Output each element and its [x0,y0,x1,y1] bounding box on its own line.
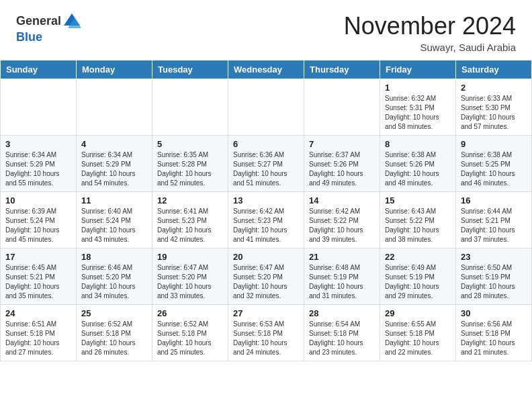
weekday-header: Friday [380,60,456,79]
calendar-cell: 10Sunrise: 6:39 AM Sunset: 5:24 PM Dayli… [1,192,77,248]
day-number: 26 [157,308,223,318]
day-number: 11 [81,195,147,205]
day-info: Sunrise: 6:50 AM Sunset: 5:19 PM Dayligh… [461,263,527,301]
day-number: 1 [385,83,451,93]
calendar-cell: 14Sunrise: 6:42 AM Sunset: 5:22 PM Dayli… [304,192,380,248]
calendar-cell: 7Sunrise: 6:37 AM Sunset: 5:26 PM Daylig… [304,136,380,192]
day-info: Sunrise: 6:52 AM Sunset: 5:18 PM Dayligh… [157,320,223,357]
weekday-header: Saturday [456,60,532,79]
day-info: Sunrise: 6:51 AM Sunset: 5:18 PM Dayligh… [5,320,71,357]
calendar-week-row: 24Sunrise: 6:51 AM Sunset: 5:18 PM Dayli… [1,305,532,361]
calendar-cell: 11Sunrise: 6:40 AM Sunset: 5:24 PM Dayli… [77,192,152,248]
day-number: 5 [157,139,223,149]
day-number: 30 [461,308,527,318]
day-number: 28 [309,308,375,318]
calendar-cell: 16Sunrise: 6:44 AM Sunset: 5:21 PM Dayli… [456,192,532,248]
page-header: General Blue November 2024 Suwayr, Saudi… [0,0,532,60]
calendar-cell: 28Sunrise: 6:54 AM Sunset: 5:18 PM Dayli… [304,305,380,361]
title-block: November 2024 Suwayr, Saudi Arabia [344,12,516,53]
day-number: 10 [5,195,71,205]
calendar-week-row: 3Sunrise: 6:34 AM Sunset: 5:29 PM Daylig… [1,136,532,192]
calendar-cell [228,79,304,136]
calendar-cell: 6Sunrise: 6:36 AM Sunset: 5:27 PM Daylig… [228,136,304,192]
logo: General Blue [16,12,81,44]
day-info: Sunrise: 6:32 AM Sunset: 5:31 PM Dayligh… [385,94,451,132]
day-info: Sunrise: 6:52 AM Sunset: 5:18 PM Dayligh… [81,320,147,357]
day-info: Sunrise: 6:47 AM Sunset: 5:20 PM Dayligh… [233,263,299,301]
calendar-cell: 20Sunrise: 6:47 AM Sunset: 5:20 PM Dayli… [228,248,304,305]
calendar-cell [304,79,380,136]
calendar-table: SundayMondayTuesdayWednesdayThursdayFrid… [0,60,532,361]
calendar-cell: 23Sunrise: 6:50 AM Sunset: 5:19 PM Dayli… [456,248,532,305]
day-number: 25 [81,308,147,318]
day-number: 6 [233,139,299,149]
weekday-header: Wednesday [228,60,304,79]
calendar-cell: 17Sunrise: 6:45 AM Sunset: 5:21 PM Dayli… [1,248,77,305]
calendar-cell: 4Sunrise: 6:34 AM Sunset: 5:29 PM Daylig… [77,136,152,192]
day-number: 2 [461,83,527,93]
calendar-week-row: 1Sunrise: 6:32 AM Sunset: 5:31 PM Daylig… [1,79,532,136]
day-number: 21 [309,252,375,262]
day-info: Sunrise: 6:46 AM Sunset: 5:20 PM Dayligh… [81,263,147,301]
day-info: Sunrise: 6:43 AM Sunset: 5:22 PM Dayligh… [385,207,451,244]
calendar-cell: 13Sunrise: 6:42 AM Sunset: 5:23 PM Dayli… [228,192,304,248]
weekday-header: Monday [77,60,152,79]
day-info: Sunrise: 6:40 AM Sunset: 5:24 PM Dayligh… [81,207,147,244]
logo-icon [62,12,81,31]
month-year: November 2024 [344,12,516,40]
day-info: Sunrise: 6:55 AM Sunset: 5:18 PM Dayligh… [385,320,451,357]
day-info: Sunrise: 6:39 AM Sunset: 5:24 PM Dayligh… [5,207,71,244]
calendar-cell: 8Sunrise: 6:38 AM Sunset: 5:26 PM Daylig… [380,136,456,192]
calendar-cell: 18Sunrise: 6:46 AM Sunset: 5:20 PM Dayli… [77,248,152,305]
calendar-cell: 29Sunrise: 6:55 AM Sunset: 5:18 PM Dayli… [380,305,456,361]
day-number: 29 [385,308,451,318]
day-number: 3 [5,139,71,149]
calendar-cell [77,79,152,136]
day-number: 16 [461,195,527,205]
day-info: Sunrise: 6:56 AM Sunset: 5:18 PM Dayligh… [461,320,527,357]
weekday-header: Tuesday [152,60,228,79]
day-info: Sunrise: 6:42 AM Sunset: 5:23 PM Dayligh… [233,207,299,244]
day-info: Sunrise: 6:47 AM Sunset: 5:20 PM Dayligh… [157,263,223,301]
day-info: Sunrise: 6:45 AM Sunset: 5:21 PM Dayligh… [5,263,71,301]
day-info: Sunrise: 6:34 AM Sunset: 5:29 PM Dayligh… [81,150,147,188]
logo-general: General [16,15,61,28]
day-number: 19 [157,252,223,262]
day-number: 27 [233,308,299,318]
day-info: Sunrise: 6:49 AM Sunset: 5:19 PM Dayligh… [385,263,451,301]
day-number: 22 [385,252,451,262]
day-info: Sunrise: 6:36 AM Sunset: 5:27 PM Dayligh… [233,150,299,188]
day-info: Sunrise: 6:53 AM Sunset: 5:18 PM Dayligh… [233,320,299,357]
logo-blue: Blue [16,30,42,44]
day-number: 7 [309,139,375,149]
day-info: Sunrise: 6:48 AM Sunset: 5:19 PM Dayligh… [309,263,375,301]
day-info: Sunrise: 6:41 AM Sunset: 5:23 PM Dayligh… [157,207,223,244]
day-number: 9 [461,139,527,149]
calendar-cell: 9Sunrise: 6:38 AM Sunset: 5:25 PM Daylig… [456,136,532,192]
calendar-cell: 15Sunrise: 6:43 AM Sunset: 5:22 PM Dayli… [380,192,456,248]
calendar-cell: 1Sunrise: 6:32 AM Sunset: 5:31 PM Daylig… [380,79,456,136]
day-info: Sunrise: 6:37 AM Sunset: 5:26 PM Dayligh… [309,150,375,188]
calendar-cell: 24Sunrise: 6:51 AM Sunset: 5:18 PM Dayli… [1,305,77,361]
day-number: 14 [309,195,375,205]
day-info: Sunrise: 6:38 AM Sunset: 5:26 PM Dayligh… [385,150,451,188]
calendar-cell [1,79,77,136]
day-number: 18 [81,252,147,262]
day-number: 20 [233,252,299,262]
weekday-header: Sunday [1,60,77,79]
day-info: Sunrise: 6:42 AM Sunset: 5:22 PM Dayligh… [309,207,375,244]
calendar-cell: 26Sunrise: 6:52 AM Sunset: 5:18 PM Dayli… [152,305,228,361]
day-number: 24 [5,308,71,318]
calendar-cell: 22Sunrise: 6:49 AM Sunset: 5:19 PM Dayli… [380,248,456,305]
calendar-cell: 30Sunrise: 6:56 AM Sunset: 5:18 PM Dayli… [456,305,532,361]
day-info: Sunrise: 6:38 AM Sunset: 5:25 PM Dayligh… [461,150,527,188]
calendar-cell: 5Sunrise: 6:35 AM Sunset: 5:28 PM Daylig… [152,136,228,192]
day-number: 17 [5,252,71,262]
day-number: 8 [385,139,451,149]
day-info: Sunrise: 6:44 AM Sunset: 5:21 PM Dayligh… [461,207,527,244]
calendar-cell: 12Sunrise: 6:41 AM Sunset: 5:23 PM Dayli… [152,192,228,248]
day-info: Sunrise: 6:54 AM Sunset: 5:18 PM Dayligh… [309,320,375,357]
day-info: Sunrise: 6:33 AM Sunset: 5:30 PM Dayligh… [461,94,527,132]
calendar-cell: 3Sunrise: 6:34 AM Sunset: 5:29 PM Daylig… [1,136,77,192]
day-number: 4 [81,139,147,149]
